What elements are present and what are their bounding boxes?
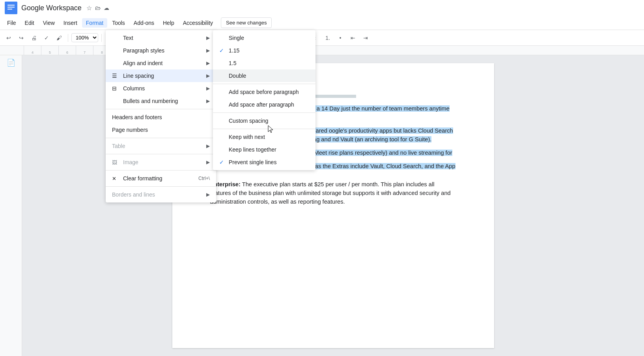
redo-button[interactable]: ↪ bbox=[16, 32, 27, 43]
see-changes-button[interactable]: See new changes bbox=[221, 17, 272, 28]
format-menu-line-spacing[interactable]: ☰ Line spacing ▶ bbox=[106, 69, 216, 82]
menu-file[interactable]: File bbox=[3, 18, 20, 28]
svg-rect-3 bbox=[7, 9, 12, 9]
ls-custom-spacing[interactable]: Custom spacing bbox=[213, 114, 315, 127]
para5-text: The executive plan starts at $25 per use… bbox=[210, 181, 451, 205]
table-label: Table bbox=[112, 143, 125, 149]
ls-1-15-label: 1.15 bbox=[229, 47, 239, 54]
bullets-numbering-arrow-icon: ▶ bbox=[206, 98, 210, 104]
text-arrow-icon: ▶ bbox=[206, 35, 210, 41]
star-icon[interactable]: ☆ bbox=[86, 4, 92, 12]
format-text-label: Text bbox=[123, 35, 133, 41]
svg-rect-2 bbox=[7, 7, 15, 7]
headers-footers-label: Headers and footers bbox=[112, 114, 162, 120]
sidebar-doc-icon[interactable]: 📄 bbox=[7, 58, 15, 67]
toolbar-separator-1 bbox=[68, 34, 68, 42]
ruler: 4 5 6 7 8 9 10 11 12 13 14 15 16 17 18 2… bbox=[0, 46, 644, 55]
image-arrow-icon: ▶ bbox=[206, 159, 210, 165]
line-spacing-icon: ☰ bbox=[112, 73, 120, 79]
menu-help[interactable]: Help bbox=[159, 18, 178, 28]
ls-1-5-label: 1.5 bbox=[229, 60, 236, 66]
ruler-mark: 4 bbox=[24, 46, 41, 55]
format-menu-table[interactable]: Table ▶ bbox=[106, 140, 216, 152]
numbered-list-button[interactable]: 1. bbox=[322, 32, 333, 43]
format-menu-borders-lines[interactable]: Borders and lines ▶ bbox=[106, 188, 216, 201]
format-menu-columns[interactable]: ⊟ Columns ▶ bbox=[106, 82, 216, 95]
line-spacing-arrow-icon: ▶ bbox=[206, 73, 210, 79]
line-spacing-submenu: Single ✓ 1.15 1.5 Double Add space befor… bbox=[213, 30, 315, 170]
ls-single-label: Single bbox=[229, 35, 244, 41]
menu-accessibility[interactable]: Accessibility bbox=[179, 18, 217, 28]
toolbar: ↩ ↪ 🖨 ✓ 🖌 100% 75% 125% 150% − + B I U S… bbox=[0, 30, 644, 46]
ls-1-5[interactable]: 1.5 bbox=[213, 57, 315, 69]
format-menu-page-numbers[interactable]: Page numbers bbox=[106, 124, 216, 136]
ls-double[interactable]: Double bbox=[213, 69, 315, 82]
ls-custom-label: Custom spacing bbox=[229, 118, 268, 124]
image-menu-icon: 🖼 bbox=[112, 159, 120, 165]
ls-add-after-label: Add space after paragraph bbox=[229, 101, 294, 108]
format-menu-align-indent[interactable]: Align and indent ▶ bbox=[106, 57, 216, 69]
ls-double-label: Double bbox=[229, 73, 246, 79]
menu-bar: File Edit View Insert Format Tools Add-o… bbox=[0, 16, 644, 30]
borders-lines-arrow-icon: ▶ bbox=[206, 192, 210, 197]
format-menu-headers-footers[interactable]: Headers and footers bbox=[106, 111, 216, 124]
clear-formatting-shortcut: Ctrl+\ bbox=[198, 176, 210, 181]
menu-tools[interactable]: Tools bbox=[108, 18, 129, 28]
indent-increase-button[interactable]: ⇥ bbox=[360, 32, 371, 43]
ls-keep-lines-label: Keep lines together bbox=[229, 146, 276, 153]
folder-icon[interactable]: 🗁 bbox=[95, 5, 101, 11]
title-bar: Google Workspace ☆ 🗁 ☁ bbox=[0, 0, 644, 16]
menu-insert[interactable]: Insert bbox=[60, 18, 81, 28]
bullet-list-button[interactable]: • bbox=[335, 32, 346, 43]
main-layout: 📄 ompanies of any size. G Suite also off… bbox=[0, 55, 644, 356]
docs-logo bbox=[5, 2, 17, 14]
ls-prevent-single-lines[interactable]: ✓ Prevent single lines bbox=[213, 156, 315, 169]
align-indent-arrow-icon: ▶ bbox=[206, 60, 210, 66]
line-spacing-label: Line spacing bbox=[123, 73, 154, 79]
align-indent-label: Align and indent bbox=[123, 60, 162, 66]
ls-add-before[interactable]: Add space before paragraph bbox=[213, 86, 315, 98]
format-menu-bullets-numbering[interactable]: Bullets and numbering ▶ bbox=[106, 95, 216, 107]
table-arrow-icon: ▶ bbox=[206, 143, 210, 149]
cloud-icon[interactable]: ☁ bbox=[104, 5, 109, 11]
ruler-mark: 5 bbox=[41, 46, 58, 55]
ls-single[interactable]: Single bbox=[213, 32, 315, 44]
menu-view[interactable]: View bbox=[39, 18, 59, 28]
print-button[interactable]: 🖨 bbox=[28, 32, 39, 43]
menu-addons[interactable]: Add-ons bbox=[130, 18, 158, 28]
ls-1-15[interactable]: ✓ 1.15 bbox=[213, 44, 315, 57]
format-menu-paragraph-styles[interactable]: Paragraph styles ▶ bbox=[106, 44, 216, 57]
ls-prevent-label: Prevent single lines bbox=[229, 159, 276, 165]
format-menu-text[interactable]: Text ▶ bbox=[106, 32, 216, 44]
bullets-numbering-label: Bullets and numbering bbox=[123, 98, 178, 104]
spellcheck-button[interactable]: ✓ bbox=[41, 32, 52, 43]
ruler-mark: 6 bbox=[58, 46, 76, 55]
ls-prevent-check: ✓ bbox=[219, 159, 227, 165]
format-menu-image[interactable]: 🖼 Image ▶ bbox=[106, 156, 216, 169]
doc-title: Google Workspace bbox=[21, 4, 82, 12]
ls-sep-2 bbox=[213, 112, 315, 113]
format-menu-clear-formatting[interactable]: ✕ Clear formatting Ctrl+\ bbox=[106, 172, 216, 185]
clear-formatting-icon: ✕ bbox=[112, 176, 120, 182]
menu-edit[interactable]: Edit bbox=[21, 18, 38, 28]
ls-add-after[interactable]: Add space after paragraph bbox=[213, 98, 315, 111]
indent-decrease-button[interactable]: ⇤ bbox=[347, 32, 358, 43]
ls-sep-1 bbox=[213, 84, 315, 84]
ls-sep-3 bbox=[213, 129, 315, 129]
menu-format[interactable]: Format bbox=[82, 18, 107, 28]
toolbar-separator-2 bbox=[101, 34, 102, 42]
paragraph-styles-label: Paragraph styles bbox=[123, 47, 164, 54]
ls-keep-lines-together[interactable]: Keep lines together bbox=[213, 143, 315, 156]
menu-sep-3 bbox=[106, 154, 216, 154]
zoom-select[interactable]: 100% 75% 125% 150% bbox=[71, 33, 98, 42]
paint-format-button[interactable]: 🖌 bbox=[54, 32, 65, 43]
doc-para-5: Enterprise: The executive plan starts at… bbox=[210, 180, 456, 206]
columns-arrow-icon: ▶ bbox=[206, 86, 210, 91]
columns-label: Columns bbox=[123, 85, 145, 92]
undo-button[interactable]: ↩ bbox=[3, 32, 14, 43]
ls-keep-with-next[interactable]: Keep with next bbox=[213, 131, 315, 143]
left-sidebar: 📄 bbox=[0, 55, 22, 356]
ls-keep-next-label: Keep with next bbox=[229, 134, 265, 140]
ls-add-before-label: Add space before paragraph bbox=[229, 89, 299, 95]
borders-lines-label: Borders and lines bbox=[112, 191, 155, 198]
